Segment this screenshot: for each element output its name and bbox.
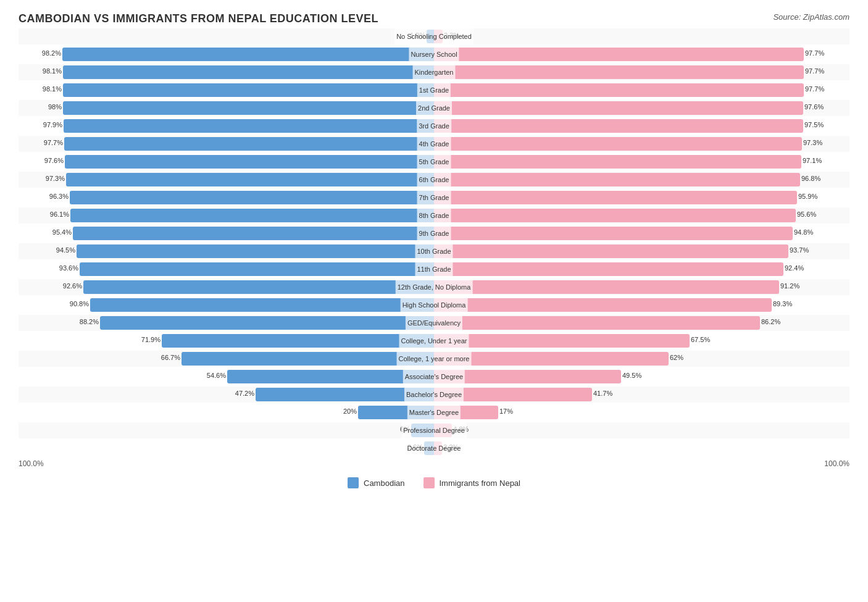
row-label: Nursery School xyxy=(409,46,459,62)
row-label: Master's Degree xyxy=(407,404,461,420)
row-label: 1st Grade xyxy=(417,82,451,98)
table-row: No Schooling Completed1.9%2.3% xyxy=(19,28,849,44)
val-right: 97.7% xyxy=(805,49,824,57)
table-row: 1st Grade98.1%97.7% xyxy=(19,82,849,98)
val-left: 98.1% xyxy=(43,85,62,93)
table-row: 11th Grade93.6%92.4% xyxy=(19,261,849,277)
row-label: No Schooling Completed xyxy=(394,28,474,44)
table-row: Master's Degree20%17% xyxy=(19,404,849,420)
table-row: 5th Grade97.6%97.1% xyxy=(19,154,849,170)
val-left: 71.9% xyxy=(141,336,161,343)
table-row: 3rd Grade97.9%97.5% xyxy=(19,118,849,134)
row-label: Bachelor's Degree xyxy=(404,387,464,403)
val-left: 98.1% xyxy=(43,67,62,75)
chart-container: CAMBODIAN VS IMMIGRANTS FROM NEPAL EDUCA… xyxy=(0,0,868,525)
row-label: 10th Grade xyxy=(415,243,453,259)
axis-labels: 100.0% 100.0% xyxy=(19,459,849,468)
row-label: 9th Grade xyxy=(417,225,451,241)
val-right: 97.5% xyxy=(804,121,824,128)
bars-area: No Schooling Completed1.9%2.3%Nursery Sc… xyxy=(19,28,849,456)
row-label: 4th Grade xyxy=(417,136,451,152)
val-left: 97.9% xyxy=(43,121,62,128)
table-row: 8th Grade96.1%95.6% xyxy=(19,207,849,224)
val-right: 95.9% xyxy=(798,193,817,200)
val-right: 92.4% xyxy=(785,264,804,272)
table-row: Kindergarten98.1%97.7% xyxy=(19,64,849,80)
val-right: 97.7% xyxy=(805,67,824,75)
table-row: 2nd Grade98%97.6% xyxy=(19,100,849,116)
val-left: 94.5% xyxy=(56,246,75,254)
legend-cambodian: Cambodian xyxy=(348,477,405,488)
axis-right: 100.0% xyxy=(824,459,849,468)
val-right: 89.3% xyxy=(773,300,792,307)
val-right: 94.8% xyxy=(794,228,813,236)
val-right: 96.8% xyxy=(801,175,820,182)
table-row: Associate's Degree54.6%49.5% xyxy=(19,369,849,385)
val-left: 95.4% xyxy=(52,228,72,236)
table-row: 9th Grade95.4%94.8% xyxy=(19,225,849,241)
val-right: 93.7% xyxy=(790,246,809,254)
row-label: Doctorate Degree xyxy=(406,440,463,456)
val-right: 67.5% xyxy=(691,336,710,343)
row-label: 8th Grade xyxy=(417,207,451,224)
val-right: 97.1% xyxy=(803,157,822,164)
row-label: 12th Grade, No Diploma xyxy=(396,279,473,295)
val-right: 86.2% xyxy=(761,318,780,325)
table-row: Doctorate Degree2.6%2.2% xyxy=(19,440,849,456)
row-label: College, 1 year or more xyxy=(397,351,472,367)
table-row: Bachelor's Degree47.2%41.7% xyxy=(19,387,849,403)
row-label: College, Under 1 year xyxy=(399,333,469,349)
val-left: 97.6% xyxy=(44,157,64,164)
val-left: 97.7% xyxy=(44,139,63,146)
legend: Cambodian Immigrants from Nepal xyxy=(19,477,849,488)
table-row: 6th Grade97.3%96.8% xyxy=(19,172,849,188)
val-left: 96.1% xyxy=(50,211,69,218)
val-left: 98% xyxy=(48,103,62,111)
row-label: 3rd Grade xyxy=(417,118,451,134)
val-right: 97.6% xyxy=(804,103,824,111)
table-row: High School Diploma90.8%89.3% xyxy=(19,297,849,313)
val-left: 97.3% xyxy=(46,175,65,182)
val-right: 41.7% xyxy=(593,390,612,397)
val-right: 17% xyxy=(499,408,513,415)
val-left: 98.2% xyxy=(42,49,61,57)
row-label: GED/Equivalency xyxy=(406,315,462,331)
row-label: 2nd Grade xyxy=(416,100,452,116)
val-right: 91.2% xyxy=(780,282,799,290)
row-label: 6th Grade xyxy=(417,172,451,188)
row-label: Kindergarten xyxy=(413,64,456,80)
row-label: Professional Degree xyxy=(401,422,467,438)
val-left: 47.2% xyxy=(235,390,254,397)
val-left: 66.7% xyxy=(161,354,180,361)
legend-label-nepal: Immigrants from Nepal xyxy=(440,479,520,488)
chart-title: CAMBODIAN VS IMMIGRANTS FROM NEPAL EDUCA… xyxy=(19,12,849,25)
table-row: Nursery School98.2%97.7% xyxy=(19,46,849,62)
row-label: 11th Grade xyxy=(415,261,453,277)
row-label: High School Diploma xyxy=(401,297,468,313)
val-left: 20% xyxy=(343,408,357,415)
legend-swatch-nepal xyxy=(424,477,435,488)
row-label: 7th Grade xyxy=(417,190,451,206)
val-right: 95.6% xyxy=(797,211,816,218)
table-row: GED/Equivalency88.2%86.2% xyxy=(19,315,849,331)
val-left: 54.6% xyxy=(207,372,226,379)
table-row: College, 1 year or more66.7%62% xyxy=(19,351,849,367)
table-row: College, Under 1 year71.9%67.5% xyxy=(19,333,849,349)
table-row: 12th Grade, No Diploma92.6%91.2% xyxy=(19,279,849,295)
val-left: 88.2% xyxy=(80,318,99,325)
val-left: 92.6% xyxy=(63,282,82,290)
table-row: 7th Grade96.3%95.9% xyxy=(19,190,849,206)
legend-nepal: Immigrants from Nepal xyxy=(424,477,520,488)
table-row: Professional Degree6%4.8% xyxy=(19,422,849,438)
val-left: 90.8% xyxy=(70,300,89,307)
row-label: Associate's Degree xyxy=(403,369,465,385)
legend-label-cambodian: Cambodian xyxy=(364,479,405,488)
legend-swatch-cambodian xyxy=(348,477,359,488)
axis-left: 100.0% xyxy=(19,459,44,468)
source-label: Source: ZipAtlas.com xyxy=(773,12,849,22)
table-row: 10th Grade94.5%93.7% xyxy=(19,243,849,259)
val-left: 96.3% xyxy=(49,193,69,200)
val-right: 62% xyxy=(670,354,683,361)
val-right: 49.5% xyxy=(622,372,641,379)
row-label: 5th Grade xyxy=(417,154,451,170)
